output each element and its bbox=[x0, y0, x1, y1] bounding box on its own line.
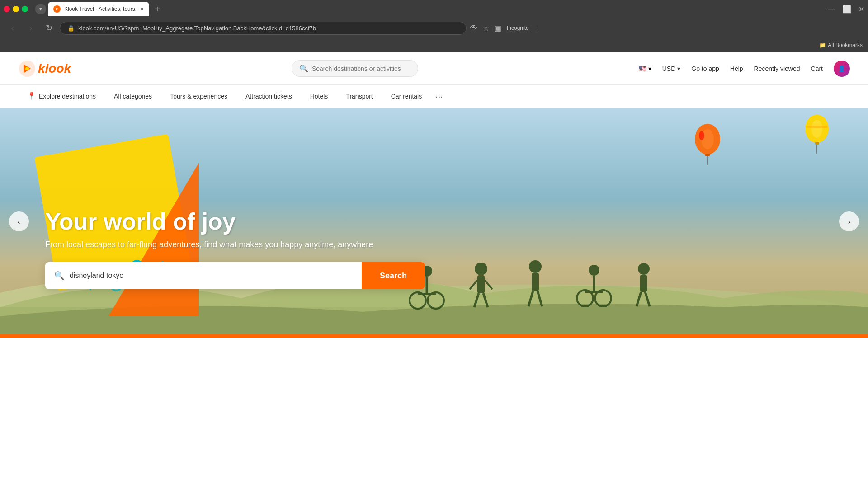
svg-rect-8 bbox=[705, 154, 710, 156]
hero-prev-button[interactable]: ‹ bbox=[9, 211, 29, 231]
subnav-more-button[interactable]: ··· bbox=[431, 91, 448, 102]
browser-chrome: ▾ K Klook Travel - Activities, tours, × … bbox=[0, 0, 868, 52]
svg-line-31 bbox=[538, 291, 542, 306]
search-input-wrapper: 🔍 bbox=[45, 262, 362, 289]
subnav-attraction-label: Attraction tickets bbox=[245, 93, 292, 100]
hero-subtitle: From local escapes to far-flung adventur… bbox=[45, 240, 425, 249]
currency-label: USD bbox=[662, 65, 676, 72]
svg-point-18 bbox=[410, 292, 426, 309]
subnav-tours-label: Tours & experiences bbox=[170, 93, 227, 100]
recently-viewed-link[interactable]: Recently viewed bbox=[754, 65, 800, 72]
balloon-1 bbox=[692, 122, 723, 167]
subnav-tours-experiences[interactable]: Tours & experiences bbox=[161, 85, 236, 108]
currency-arrow: ▾ bbox=[677, 65, 680, 72]
minimize-window-button[interactable] bbox=[13, 6, 19, 12]
tab-favicon: K bbox=[53, 5, 61, 13]
svg-rect-15 bbox=[806, 126, 828, 128]
svg-rect-29 bbox=[532, 273, 539, 291]
maximize-window-button[interactable] bbox=[22, 6, 28, 12]
close-btn[interactable]: ✕ bbox=[859, 5, 864, 14]
svg-point-22 bbox=[475, 263, 487, 275]
svg-line-27 bbox=[483, 293, 488, 307]
folder-icon: 📁 bbox=[819, 42, 826, 48]
svg-point-2 bbox=[25, 67, 29, 70]
tab-close-button[interactable]: × bbox=[140, 5, 144, 13]
site-header: klook 🔍 🇺🇸 ▾ USD ▾ Go to app Help Recent… bbox=[0, 52, 868, 85]
subnav-explore-destinations[interactable]: 📍 Explore destinations bbox=[18, 85, 105, 108]
header-search-input[interactable] bbox=[312, 65, 410, 72]
subnav-all-categories[interactable]: All categories bbox=[105, 85, 161, 108]
active-tab[interactable]: K Klook Travel - Activities, tours, × bbox=[48, 2, 149, 16]
user-avatar[interactable]: 👤 bbox=[834, 61, 850, 77]
restore-btn[interactable]: ⬜ bbox=[842, 5, 851, 14]
close-window-button[interactable] bbox=[4, 6, 10, 12]
hero-search-input[interactable] bbox=[70, 272, 353, 280]
nav-right-icons: 👁 ☆ ▣ Incognito ⋮ bbox=[470, 24, 542, 33]
logo-text: klook bbox=[38, 61, 71, 76]
hero-next-button[interactable]: › bbox=[839, 211, 859, 231]
hero-people bbox=[391, 244, 662, 316]
bookmark-star-icon[interactable]: ☆ bbox=[483, 24, 489, 33]
subnav-hotels[interactable]: Hotels bbox=[301, 85, 337, 108]
svg-line-24 bbox=[470, 280, 477, 289]
website: klook 🔍 🇺🇸 ▾ USD ▾ Go to app Help Recent… bbox=[0, 52, 868, 338]
hero-search-box: 🔍 Search bbox=[45, 262, 425, 289]
klook-logo-icon bbox=[18, 60, 36, 78]
svg-point-28 bbox=[529, 260, 542, 273]
window-controls bbox=[4, 6, 28, 12]
logo[interactable]: klook bbox=[18, 60, 71, 78]
currency-selector[interactable]: USD ▾ bbox=[662, 65, 681, 72]
language-selector[interactable]: 🇺🇸 ▾ bbox=[639, 65, 651, 72]
header-search-bar[interactable]: 🔍 bbox=[292, 60, 418, 77]
search-icon: 🔍 bbox=[299, 64, 308, 73]
svg-line-26 bbox=[474, 293, 479, 307]
svg-line-41 bbox=[645, 292, 650, 306]
hero-search-button[interactable]: Search bbox=[362, 262, 425, 289]
more-options-icon[interactable]: ⋮ bbox=[534, 24, 542, 33]
svg-point-32 bbox=[589, 265, 599, 276]
hero-title: Your world of joy bbox=[45, 209, 425, 235]
sub-nav: 📍 Explore destinations All categories To… bbox=[0, 85, 868, 108]
subnav-explore-label: Explore destinations bbox=[39, 93, 96, 100]
subnav-car-rentals[interactable]: Car rentals bbox=[382, 85, 431, 108]
subnav-car-rentals-label: Car rentals bbox=[391, 93, 422, 100]
new-tab-button[interactable]: + bbox=[151, 4, 164, 14]
address-bar[interactable]: 🔒 klook.com/en-US/?spm=Mobility_Aggregat… bbox=[60, 22, 467, 35]
bottom-orange-strip bbox=[0, 334, 868, 338]
forward-button[interactable]: › bbox=[24, 21, 38, 35]
svg-line-40 bbox=[637, 292, 641, 306]
subnav-transport-label: Transport bbox=[346, 93, 373, 100]
header-right: 🇺🇸 ▾ USD ▾ Go to app Help Recently viewe… bbox=[639, 61, 850, 77]
minimize-btn[interactable]: — bbox=[828, 5, 835, 13]
goto-app-link[interactable]: Go to app bbox=[691, 65, 719, 72]
reload-button[interactable]: ↻ bbox=[42, 21, 56, 35]
subnav-transport[interactable]: Transport bbox=[337, 85, 382, 108]
svg-line-30 bbox=[528, 291, 533, 306]
back-button[interactable]: ‹ bbox=[5, 21, 20, 35]
svg-rect-39 bbox=[640, 275, 647, 292]
balloon-2 bbox=[802, 113, 832, 156]
eye-slash-icon[interactable]: 👁 bbox=[470, 24, 477, 32]
help-link[interactable]: Help bbox=[730, 65, 743, 72]
incognito-label: Incognito bbox=[507, 25, 529, 31]
hero-section: Your world of joy From local escapes to … bbox=[0, 108, 868, 334]
sidebar-icon[interactable]: ▣ bbox=[495, 24, 501, 33]
browser-nav: ‹ › ↻ 🔒 klook.com/en-US/?spm=Mobility_Ag… bbox=[0, 18, 868, 38]
flag-icon: 🇺🇸 bbox=[639, 65, 646, 72]
svg-rect-23 bbox=[477, 275, 485, 293]
lock-icon: 🔒 bbox=[67, 25, 75, 32]
svg-point-12 bbox=[811, 120, 822, 138]
all-bookmarks-link[interactable]: 📁 All Bookmarks bbox=[819, 42, 863, 48]
svg-rect-13 bbox=[815, 142, 819, 145]
svg-line-25 bbox=[485, 280, 492, 289]
search-icon: 🔍 bbox=[54, 271, 64, 281]
tab-title: Klook Travel - Activities, tours, bbox=[64, 6, 137, 12]
bookmarks-bar: 📁 All Bookmarks bbox=[0, 38, 868, 52]
cart-link[interactable]: Cart bbox=[811, 65, 823, 72]
tab-scroll-button[interactable]: ▾ bbox=[35, 4, 46, 14]
tab-bar: ▾ K Klook Travel - Activities, tours, × … bbox=[32, 1, 167, 17]
subnav-attraction-tickets[interactable]: Attraction tickets bbox=[236, 85, 301, 108]
svg-point-10 bbox=[699, 131, 704, 140]
subnav-categories-label: All categories bbox=[114, 93, 152, 100]
svg-point-19 bbox=[428, 292, 444, 309]
